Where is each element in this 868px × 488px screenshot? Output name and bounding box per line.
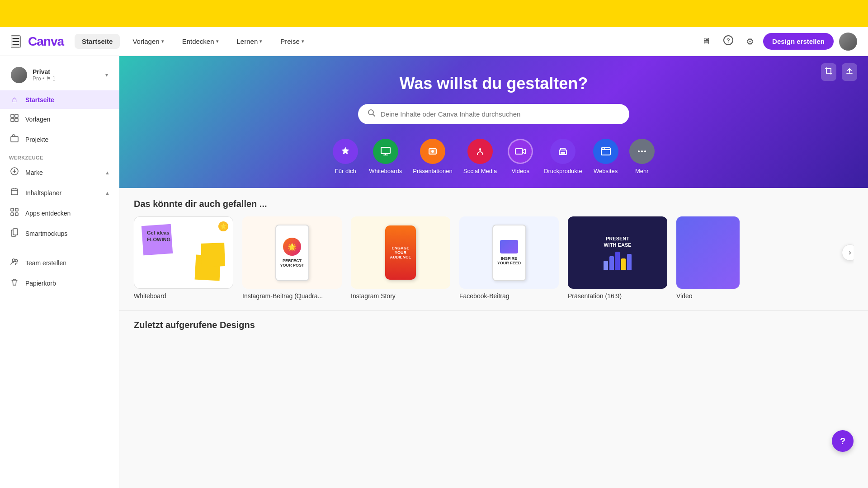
category-videos[interactable]: Videos: [508, 139, 533, 174]
svg-rect-3: [15, 114, 18, 117]
sidebar-item-team[interactable]: Team erstellen: [0, 253, 119, 273]
help-icon-button[interactable]: ?: [720, 32, 737, 51]
nav-entdecken-button[interactable]: Entdecken ▾: [177, 34, 224, 49]
preise-chevron-icon: ▾: [302, 38, 304, 44]
nav-vorlagen-button[interactable]: Vorlagen ▾: [127, 34, 169, 49]
card-whiteboard-label: Whiteboard: [134, 292, 233, 300]
nav-startseite-button[interactable]: Startseite: [75, 34, 120, 49]
user-avatar[interactable]: [839, 33, 857, 51]
settings-icon-button[interactable]: ⚙: [742, 33, 758, 51]
nav-lernen-button[interactable]: Lernen ▾: [231, 34, 268, 49]
category-whiteboards[interactable]: Whiteboards: [369, 139, 402, 174]
sticky-yellow-2: [201, 243, 225, 267]
svg-rect-8: [11, 189, 18, 195]
svg-rect-21: [515, 149, 523, 154]
category-praesentationen[interactable]: Präsentationen: [413, 139, 452, 174]
projects-icon: [9, 134, 20, 145]
svg-rect-6: [11, 136, 18, 142]
team-icon: [9, 257, 20, 268]
sidebar-item-smartmockups[interactable]: Smartmockups: [0, 223, 119, 244]
vorlagen-chevron-icon: ▾: [161, 38, 164, 44]
search-icon: [367, 108, 376, 120]
create-design-button[interactable]: Design erstellen: [763, 33, 834, 50]
svg-rect-12: [15, 213, 18, 216]
card-instagram[interactable]: 🌟 PERFECTYOUR POST Instagram-Beitrag (Qu…: [242, 216, 342, 300]
recommendations-section: Das könnte dir auch gefallen ... Get ide…: [119, 188, 868, 310]
sidebar-item-vorlagen[interactable]: Vorlagen: [0, 109, 119, 129]
lernen-chevron-icon: ▾: [259, 38, 262, 44]
svg-point-16: [15, 260, 18, 262]
sidebar-item-apps[interactable]: Apps entdecken: [0, 203, 119, 223]
hero-search-input[interactable]: [381, 110, 620, 118]
card-presentation-thumb: PRESENTWITH EASE: [568, 216, 667, 289]
card-story-thumb: ENGAGEYOURAUDIENCE: [351, 216, 450, 289]
menu-toggle-button[interactable]: ☰: [11, 35, 21, 48]
profile-name: Privat: [33, 68, 100, 75]
card-facebook[interactable]: INSPIREYOUR FEED Facebook-Beitrag: [459, 216, 559, 300]
marke-badge: ▲: [105, 170, 110, 175]
card-presentation[interactable]: PRESENTWITH EASE Präsentation (16:9): [568, 216, 667, 300]
svg-point-15: [12, 259, 15, 262]
main-header: ☰ Canva Startseite Vorlagen ▾ Entdecken …: [0, 27, 868, 56]
svg-rect-10: [15, 208, 18, 211]
category-fuer-dich[interactable]: Für dich: [333, 139, 358, 174]
entdecken-chevron-icon: ▾: [216, 38, 219, 44]
card-facebook-label: Facebook-Beitrag: [459, 292, 559, 300]
card-story[interactable]: ENGAGEYOURAUDIENCE Instagram Story: [351, 216, 450, 300]
svg-rect-14: [13, 229, 18, 235]
whiteboard-text: Get ideasFLOWING: [147, 230, 170, 244]
category-social-media[interactable]: Social Media: [463, 139, 497, 174]
category-druckprodukte[interactable]: Druckprodukte: [544, 139, 582, 174]
main-content: Was willst du gestalten?: [119, 56, 868, 488]
presentation-chart: [604, 252, 632, 270]
sidebar-item-projekte[interactable]: Projekte: [0, 129, 119, 150]
sidebar-item-marke[interactable]: Marke ▲: [0, 162, 119, 183]
apps-icon: [9, 207, 20, 219]
templates-icon: [9, 113, 20, 125]
story-mock: ENGAGEYOURAUDIENCE: [385, 225, 416, 280]
card-instagram-thumb: 🌟 PERFECTYOUR POST: [242, 216, 342, 289]
svg-rect-2: [11, 114, 14, 117]
hero-upload-icon-button[interactable]: [842, 63, 857, 81]
card-whiteboard-thumb: Get ideasFLOWING ⭐: [134, 216, 233, 289]
instagram-mock: 🌟 PERFECTYOUR POST: [275, 225, 309, 281]
help-floating-button[interactable]: ?: [832, 430, 854, 452]
svg-rect-5: [15, 118, 18, 122]
category-mehr[interactable]: Mehr: [629, 139, 655, 174]
header-right-area: 🖥 ? ⚙ Design erstellen: [698, 32, 857, 51]
svg-rect-9: [11, 208, 14, 211]
hero-search-bar: [358, 104, 629, 124]
svg-point-27: [638, 150, 640, 152]
facebook-mock: INSPIREYOUR FEED: [492, 225, 526, 281]
hero-crop-icon-button[interactable]: [821, 63, 836, 81]
card-video-thumb: [676, 216, 740, 289]
svg-rect-18: [381, 147, 390, 154]
smartmockups-icon: [9, 228, 20, 239]
hero-title: Was willst du gestalten?: [119, 74, 868, 93]
svg-rect-11: [11, 213, 14, 216]
star-decoration: ⭐: [218, 221, 228, 231]
svg-point-26: [604, 148, 605, 149]
profile-chevron-icon: ▾: [105, 72, 108, 78]
card-whiteboard[interactable]: Get ideasFLOWING ⭐ Whiteboard: [134, 216, 233, 300]
cards-next-button[interactable]: ›: [842, 244, 854, 261]
main-layout: Privat Pro • ⚑ 1 ▾ ⌂ Startseite Vorlagen: [0, 56, 868, 488]
card-story-label: Instagram Story: [351, 292, 450, 300]
svg-point-28: [641, 150, 643, 152]
monitor-icon-button[interactable]: 🖥: [698, 33, 714, 50]
presentation-mock: PRESENTWITH EASE: [604, 235, 632, 270]
sidebar-werkzeuge-label: Werkzeuge: [0, 150, 119, 162]
sidebar-item-startseite[interactable]: ⌂ Startseite: [0, 90, 119, 109]
sidebar-profile[interactable]: Privat Pro • ⚑ 1 ▾: [4, 63, 115, 87]
sidebar-item-inhaltsplaner[interactable]: Inhaltsplaner ▲: [0, 183, 119, 203]
sidebar-item-papierkorb[interactable]: Papierkorb: [0, 273, 119, 293]
zuletzt-title: Zuletzt aufgerufene Designs: [134, 320, 854, 330]
canva-logo: Canva: [28, 34, 64, 49]
hero-banner: Was willst du gestalten?: [119, 56, 868, 188]
home-icon: ⌂: [9, 95, 20, 104]
card-presentation-label: Präsentation (16:9): [568, 292, 667, 300]
hero-top-right-actions: [821, 63, 857, 81]
card-video[interactable]: Video: [676, 216, 740, 300]
nav-preise-button[interactable]: Preise ▾: [275, 34, 310, 49]
category-websites[interactable]: Websites: [593, 139, 618, 174]
